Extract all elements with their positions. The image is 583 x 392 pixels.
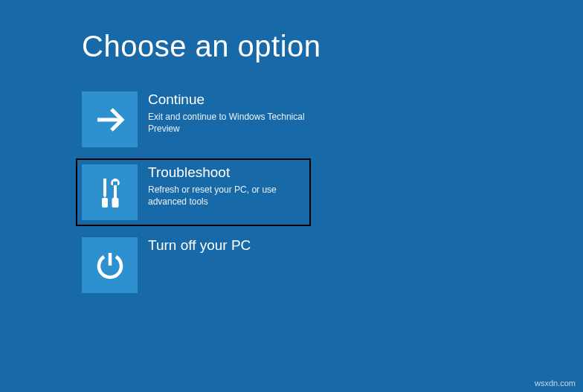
svg-marker-2	[103, 193, 106, 198]
arrow-right-icon	[94, 103, 126, 136]
tile-turnoff	[82, 237, 138, 293]
option-description: Refresh or reset your PC, or use advance…	[148, 184, 305, 208]
watermark: wsxdn.com	[535, 379, 576, 388]
power-icon	[94, 249, 126, 282]
svg-rect-1	[103, 179, 106, 193]
options-list: Continue Exit and continue to Windows Te…	[82, 91, 583, 293]
option-continue[interactable]: Continue Exit and continue to Windows Te…	[82, 91, 305, 147]
option-title: Continue	[148, 91, 305, 109]
option-turnoff[interactable]: Turn off your PC	[82, 237, 305, 293]
tile-troubleshoot	[82, 164, 138, 220]
svg-rect-5	[112, 198, 118, 208]
svg-rect-3	[102, 198, 108, 208]
option-description: Exit and continue to Windows Technical P…	[148, 111, 305, 135]
svg-rect-4	[114, 185, 117, 198]
option-title: Turn off your PC	[148, 237, 251, 254]
tools-icon	[95, 176, 125, 210]
tile-continue	[82, 91, 138, 147]
option-troubleshoot[interactable]: Troubleshoot Refresh or reset your PC, o…	[79, 161, 308, 223]
option-title: Troubleshoot	[148, 164, 305, 181]
page-title: Choose an option	[82, 30, 583, 63]
